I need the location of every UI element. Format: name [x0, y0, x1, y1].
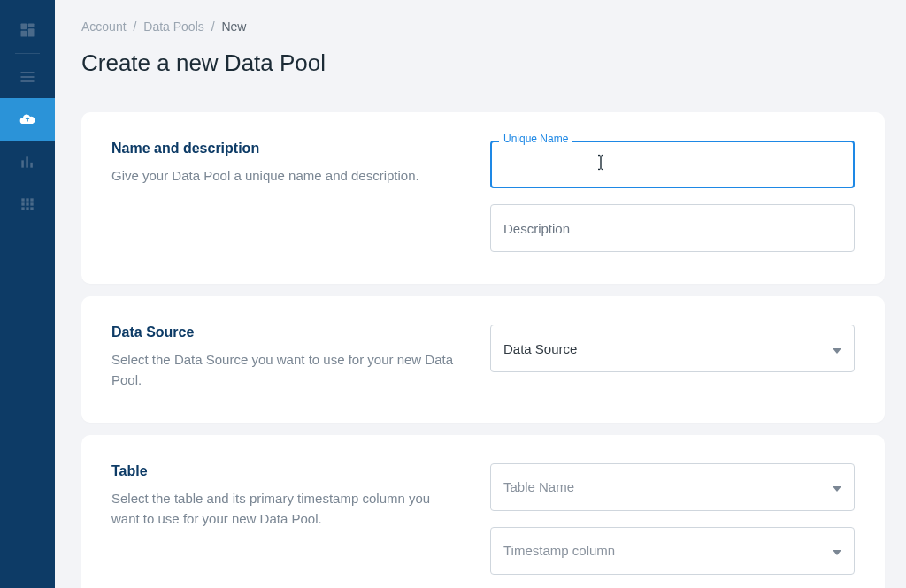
card-name-description: Name and description Give your Data Pool… — [81, 112, 885, 284]
nav-dashboard[interactable] — [0, 9, 55, 51]
svg-rect-5 — [21, 76, 35, 78]
section-desc: Select the Data Source you want to use f… — [111, 349, 455, 391]
svg-rect-12 — [30, 198, 33, 201]
svg-rect-14 — [26, 202, 28, 205]
table-name-placeholder: Table Name — [503, 479, 574, 494]
svg-rect-15 — [30, 202, 33, 205]
section-title: Data Source — [111, 325, 455, 340]
svg-rect-4 — [21, 72, 35, 73]
svg-rect-9 — [30, 163, 33, 168]
nav-apps[interactable] — [0, 183, 55, 225]
breadcrumb-current: New — [221, 19, 246, 34]
page-title: Create a new Data Pool — [81, 50, 885, 77]
timestamp-column-select[interactable]: Timestamp column — [490, 527, 855, 575]
description-field-wrap — [490, 204, 855, 252]
section-desc: Give your Data Pool a unique name and de… — [111, 165, 455, 186]
svg-rect-13 — [21, 202, 24, 205]
svg-rect-18 — [30, 207, 33, 210]
unique-name-field-wrap: Unique Name — [490, 141, 855, 188]
svg-rect-6 — [21, 80, 35, 82]
chevron-down-icon — [833, 341, 841, 356]
svg-rect-11 — [26, 198, 28, 201]
svg-rect-1 — [28, 24, 35, 27]
chevron-down-icon — [833, 543, 841, 558]
chevron-down-icon — [833, 479, 841, 494]
nav-chart[interactable] — [0, 141, 55, 183]
svg-rect-2 — [28, 28, 35, 36]
svg-rect-0 — [21, 24, 27, 30]
breadcrumb-part[interactable]: Data Pools — [143, 19, 203, 34]
section-title: Table — [111, 463, 455, 479]
cloud-upload-icon — [19, 111, 36, 128]
section-desc: Select the table and its primary timesta… — [111, 488, 455, 530]
nav-list[interactable] — [0, 56, 55, 98]
svg-rect-3 — [21, 31, 27, 37]
svg-rect-8 — [26, 156, 28, 167]
breadcrumb-sep: / — [211, 19, 215, 34]
breadcrumb: Account / Data Pools / New — [81, 19, 885, 34]
card-data-source: Data Source Select the Data Source you w… — [81, 296, 885, 423]
svg-rect-10 — [21, 198, 24, 201]
nav-cloud-upload[interactable] — [0, 98, 55, 141]
list-icon — [19, 68, 36, 86]
svg-rect-16 — [21, 207, 24, 210]
unique-name-input[interactable] — [490, 141, 855, 188]
description-input[interactable] — [490, 204, 855, 252]
text-caret — [503, 155, 503, 174]
data-source-select[interactable]: Data Source — [490, 325, 855, 372]
section-title: Name and description — [111, 141, 455, 157]
nav-divider — [15, 53, 40, 54]
main-content: Account / Data Pools / New Create a new … — [55, 0, 906, 588]
chart-icon — [19, 153, 36, 171]
table-name-select[interactable]: Table Name — [490, 463, 855, 511]
sidebar — [0, 0, 55, 588]
unique-name-label: Unique Name — [499, 133, 572, 145]
card-table: Table Select the table and its primary t… — [81, 435, 885, 589]
apps-icon — [19, 195, 36, 213]
svg-rect-17 — [26, 207, 28, 210]
dashboard-icon — [19, 21, 36, 39]
breadcrumb-part[interactable]: Account — [81, 19, 127, 34]
breadcrumb-sep: / — [133, 19, 136, 34]
timestamp-column-placeholder: Timestamp column — [503, 543, 615, 558]
data-source-select-label: Data Source — [503, 341, 577, 356]
svg-rect-7 — [21, 160, 24, 167]
